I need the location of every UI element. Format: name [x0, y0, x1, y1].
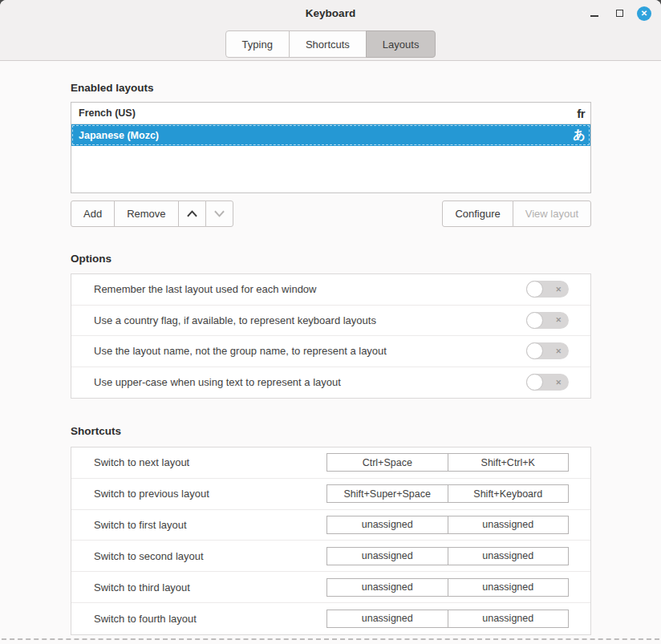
- overscroll-indicator: [2, 638, 659, 640]
- keybinding-button[interactable]: unassigned: [327, 516, 448, 533]
- toggle-knob: [526, 374, 543, 391]
- add-layout-button[interactable]: Add: [71, 200, 115, 227]
- move-layout-up-button[interactable]: [178, 200, 206, 227]
- toggle-switch[interactable]: ✕: [526, 374, 569, 391]
- toggle-knob: [526, 342, 543, 359]
- shortcut-row: Switch to previous layoutShift+Super+Spa…: [71, 479, 590, 510]
- shortcut-label: Switch to next layout: [94, 456, 189, 468]
- layout-name: French (US): [79, 107, 136, 119]
- view-layout-button[interactable]: View layout: [513, 200, 591, 227]
- layout-indicator-icon: あ: [573, 128, 585, 143]
- keybinding-button[interactable]: unassigned: [327, 610, 448, 627]
- layout-buttons-row: Add Remove Configure View layout: [71, 200, 591, 227]
- enabled-layouts-list: French (US)frJapanese (Mozc)あ: [71, 102, 591, 193]
- window-title: Keyboard: [0, 7, 661, 19]
- shortcut-row: Switch to first layoutunassignedunassign…: [71, 510, 590, 541]
- configure-layout-button[interactable]: Configure: [442, 200, 513, 227]
- maximize-button[interactable]: [612, 6, 627, 21]
- keyboard-settings-window: Keyboard ✕ TypingShortcutsLayouts Enable…: [0, 0, 661, 644]
- minimize-button[interactable]: [587, 6, 602, 21]
- option-row: Use the layout name, not the group name,…: [71, 336, 590, 367]
- tab-typing[interactable]: Typing: [225, 30, 290, 58]
- toggle-switch[interactable]: ✕: [526, 312, 569, 329]
- keybinding-button[interactable]: unassigned: [448, 516, 569, 533]
- layout-edit-button-group: Add Remove: [71, 200, 233, 227]
- titlebar[interactable]: Keyboard ✕: [0, 0, 661, 26]
- keybinding-group: unassignedunassigned: [326, 516, 569, 534]
- minimize-icon: [590, 15, 598, 17]
- keybinding-button[interactable]: Ctrl+Space: [327, 454, 448, 471]
- toggle-switch[interactable]: ✕: [526, 342, 569, 359]
- toggle-switch[interactable]: ✕: [526, 281, 569, 298]
- options-list: Remember the last layout used for each w…: [71, 273, 591, 399]
- keybinding-button[interactable]: unassigned: [448, 610, 569, 627]
- layout-row[interactable]: Japanese (Mozc)あ: [71, 124, 590, 146]
- option-label: Use upper-case when using text to repres…: [94, 376, 341, 388]
- shortcut-label: Switch to second layout: [94, 550, 204, 562]
- keybinding-button[interactable]: Shift+Keyboard: [448, 485, 569, 502]
- keybinding-button[interactable]: unassigned: [448, 548, 569, 565]
- option-label: Use a country flag, if available, to rep…: [94, 314, 376, 326]
- tab-bar: TypingShortcutsLayouts: [0, 30, 661, 58]
- shortcut-label: Switch to first layout: [94, 519, 187, 531]
- option-label: Remember the last layout used for each w…: [94, 283, 316, 295]
- shortcut-row: Switch to third layoutunassignedunassign…: [71, 572, 590, 603]
- layout-name: Japanese (Mozc): [79, 130, 159, 141]
- shortcut-label: Switch to fourth layout: [94, 613, 197, 625]
- keybinding-group: unassignedunassigned: [326, 578, 569, 597]
- toggle-off-x-icon: ✕: [555, 347, 562, 354]
- shortcut-row: Switch to next layoutCtrl+SpaceShift+Ctr…: [71, 448, 590, 479]
- close-icon: ✕: [641, 10, 647, 18]
- enabled-layouts-heading: Enabled layouts: [71, 82, 591, 94]
- layout-indicator-icon: fr: [577, 107, 585, 120]
- window-header: Keyboard ✕ TypingShortcutsLayouts: [0, 0, 661, 61]
- keybinding-button[interactable]: unassigned: [327, 548, 448, 565]
- shortcut-label: Switch to previous layout: [94, 488, 209, 500]
- option-label: Use the layout name, not the group name,…: [94, 345, 387, 357]
- option-row: Use a country flag, if available, to rep…: [71, 306, 590, 337]
- keybinding-button[interactable]: Shift+Super+Space: [327, 485, 448, 502]
- toggle-knob: [526, 281, 543, 298]
- keybinding-button[interactable]: unassigned: [448, 579, 569, 596]
- layouts-tab-content: Enabled layouts French (US)frJapanese (M…: [0, 82, 661, 635]
- chevron-up-icon: [187, 210, 197, 217]
- toggle-off-x-icon: ✕: [555, 286, 562, 293]
- window-controls: ✕: [587, 0, 651, 26]
- shortcuts-list: Switch to next layoutCtrl+SpaceShift+Ctr…: [71, 447, 591, 635]
- maximize-icon: [616, 10, 623, 17]
- keybinding-group: unassignedunassigned: [326, 547, 569, 565]
- toggle-knob: [526, 312, 543, 329]
- option-row: Use upper-case when using text to repres…: [71, 367, 590, 399]
- toggle-off-x-icon: ✕: [555, 379, 562, 386]
- remove-layout-button[interactable]: Remove: [114, 200, 178, 227]
- keybinding-group: Shift+Super+SpaceShift+Keyboard: [326, 484, 569, 503]
- keybinding-button[interactable]: Shift+Ctrl+K: [448, 454, 569, 471]
- shortcut-row: Switch to second layoutunassignedunassig…: [71, 541, 590, 572]
- shortcut-label: Switch to third layout: [94, 581, 190, 593]
- keybinding-button[interactable]: unassigned: [327, 579, 448, 596]
- shortcut-row: Switch to fourth layoutunassignedunassig…: [71, 603, 590, 634]
- close-button[interactable]: ✕: [637, 6, 651, 21]
- keybinding-group: Ctrl+SpaceShift+Ctrl+K: [326, 453, 569, 472]
- options-heading: Options: [71, 253, 591, 265]
- shortcuts-heading: Shortcuts: [71, 425, 591, 437]
- option-row: Remember the last layout used for each w…: [71, 274, 590, 306]
- toggle-off-x-icon: ✕: [555, 317, 562, 324]
- keybinding-group: unassignedunassigned: [326, 610, 569, 628]
- layout-action-button-group: Configure View layout: [442, 200, 591, 227]
- chevron-down-icon: [214, 210, 225, 217]
- move-layout-down-button[interactable]: [205, 200, 233, 227]
- tab-shortcuts[interactable]: Shortcuts: [289, 30, 367, 58]
- layout-row[interactable]: French (US)fr: [71, 103, 590, 124]
- tab-layouts[interactable]: Layouts: [366, 30, 436, 58]
